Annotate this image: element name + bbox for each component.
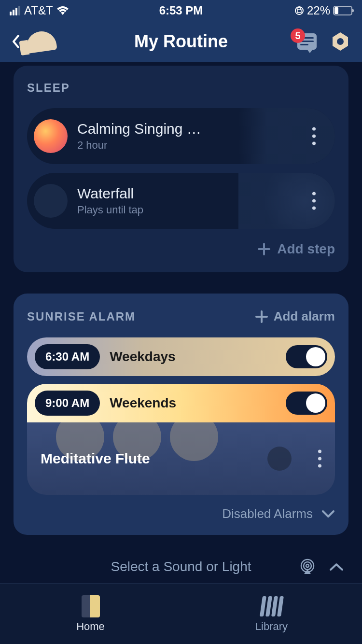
add-alarm-label: Add alarm (274, 309, 335, 324)
tab-bar: Home Library (0, 583, 362, 644)
chevron-down-icon (321, 510, 335, 518)
signal-icon (10, 6, 20, 15)
more-button[interactable] (312, 192, 316, 210)
status-bar: AT&T 6:53 PM 22% (0, 0, 362, 21)
svg-point-5 (306, 564, 309, 567)
alarm-time: 9:00 AM (35, 391, 100, 416)
add-step-button[interactable]: Add step (27, 241, 335, 257)
carrier-label: AT&T (24, 4, 53, 17)
disabled-alarms-button[interactable]: Disabled Alarms (27, 506, 335, 521)
sleep-step-item[interactable]: Calming Singing B... 2 hour (27, 108, 335, 164)
player-prompt: Select a Sound or Light (111, 559, 251, 574)
settings-button[interactable] (330, 31, 350, 52)
disabled-alarms-label: Disabled Alarms (222, 506, 313, 521)
airplay-icon[interactable] (299, 559, 316, 575)
alarm-sound-name: Meditative Flute (41, 450, 150, 467)
add-step-label: Add step (277, 241, 335, 257)
svg-point-4 (304, 562, 311, 570)
alarm-sound-item[interactable]: Meditative Flute (27, 422, 335, 495)
alarm-label: Weekends (110, 395, 286, 411)
messages-badge: 5 (291, 28, 305, 43)
sound-name: Calming Singing B... (77, 121, 203, 137)
messages-button[interactable]: 5 (297, 33, 317, 50)
alarm-item-weekends[interactable]: 9:00 AM Weekends (27, 384, 335, 422)
alarm-header: SUNRISE ALARM (27, 310, 136, 323)
alarm-item-weekdays[interactable]: 6:30 AM Weekdays (27, 337, 335, 376)
player-bar[interactable]: Select a Sound or Light (0, 545, 362, 583)
app-logo-icon[interactable] (25, 29, 57, 54)
plus-icon (258, 243, 270, 255)
library-icon (260, 596, 284, 616)
alarm-toggle[interactable] (286, 392, 327, 415)
tab-library[interactable]: Library (181, 584, 362, 644)
alarm-label: Weekdays (110, 349, 286, 364)
svg-point-2 (337, 38, 344, 45)
wifi-icon (57, 6, 69, 15)
clock-label: 6:53 PM (159, 4, 203, 17)
sound-thumbnail-icon (34, 184, 68, 218)
battery-icon (333, 6, 352, 15)
alarm-toggle[interactable] (286, 345, 327, 368)
sunrise-alarm-section: SUNRISE ALARM Add alarm 6:30 AM Weekdays… (14, 294, 348, 535)
more-button[interactable] (318, 450, 321, 468)
tab-home[interactable]: Home (0, 584, 181, 644)
sound-thumbnail-icon (34, 119, 68, 153)
nav-bar: My Routine 5 (0, 21, 362, 62)
chevron-up-icon[interactable] (329, 562, 344, 571)
orientation-lock-icon (294, 6, 304, 15)
add-alarm-button[interactable]: Add alarm (255, 309, 335, 324)
svg-point-0 (295, 7, 303, 14)
more-button[interactable] (312, 127, 316, 145)
alarm-time: 6:30 AM (35, 344, 100, 369)
home-icon (82, 595, 100, 617)
sound-art-icon (238, 173, 335, 229)
sleep-step-item[interactable]: Waterfall Plays until tap (27, 173, 335, 229)
tab-home-label: Home (76, 620, 105, 633)
tab-library-label: Library (255, 620, 288, 633)
sleep-section: SLEEP Calming Singing B... 2 hour Waterf… (14, 66, 348, 272)
sound-name: Waterfall (77, 185, 203, 202)
sound-art-icon (238, 108, 335, 164)
page-title: My Routine (134, 31, 228, 52)
battery-pct-label: 22% (307, 4, 330, 17)
sleep-header: SLEEP (27, 81, 335, 95)
plus-icon (255, 310, 268, 323)
